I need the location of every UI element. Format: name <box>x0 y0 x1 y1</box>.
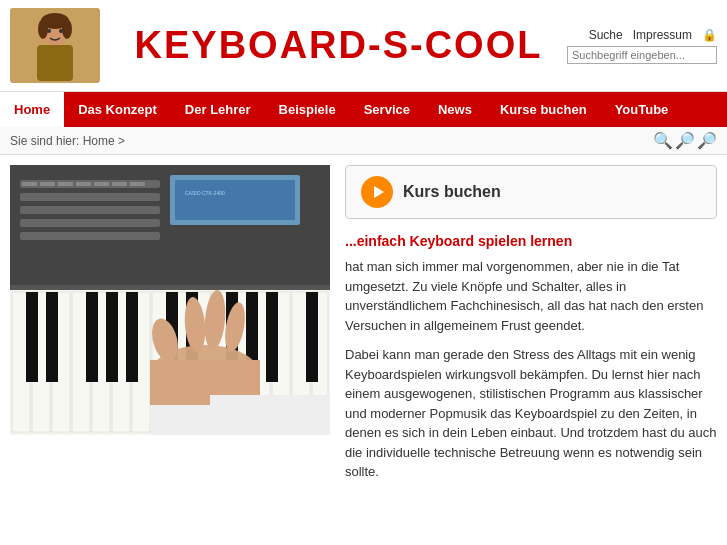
zoom-controls: 🔍 🔎 🔎 <box>653 131 717 150</box>
svg-text:CASIO CTK-2400: CASIO CTK-2400 <box>185 190 225 196</box>
svg-rect-22 <box>94 182 109 186</box>
svg-rect-16 <box>20 219 160 227</box>
nav-item-youtube[interactable]: YouTube <box>601 92 683 127</box>
header: KEYBOARD-S-COOL Suche Impressum 🔒 <box>0 0 727 92</box>
nav-item-das-konzept[interactable]: Das Konzept <box>64 92 171 127</box>
svg-point-6 <box>47 29 51 33</box>
svg-rect-43 <box>46 292 58 382</box>
nav-item-kurse-buchen[interactable]: Kurse buchen <box>486 92 601 127</box>
nav-item-news[interactable]: News <box>424 92 486 127</box>
svg-point-7 <box>59 29 63 33</box>
svg-rect-60 <box>150 405 210 435</box>
svg-rect-52 <box>306 292 318 382</box>
paragraph-2: Dabei kann man gerade den Stress des All… <box>345 345 717 482</box>
svg-rect-44 <box>86 292 98 382</box>
svg-rect-5 <box>37 45 73 81</box>
svg-rect-20 <box>58 182 73 186</box>
zoom-in-icon[interactable]: 🔎 <box>675 131 695 150</box>
play-icon <box>361 176 393 208</box>
impressum-link[interactable]: Impressum <box>633 28 692 42</box>
svg-rect-11 <box>175 180 295 220</box>
navigation: Home Das Konzept Der Lehrer Beispiele Se… <box>0 92 727 127</box>
svg-rect-23 <box>112 182 127 186</box>
site-title: KEYBOARD-S-COOL <box>100 24 557 67</box>
paragraph-1: hat man sich immer mal vorgenommen, aber… <box>345 257 717 335</box>
breadcrumb-text: Sie sind hier: Home > <box>10 134 125 148</box>
lock-icon: 🔒 <box>702 28 717 42</box>
breadcrumb: Sie sind hier: Home > 🔍 🔎 🔎 <box>0 127 727 155</box>
left-column: CASIO CTK-2400 <box>10 165 330 492</box>
zoom-reset-icon[interactable]: 🔎 <box>697 131 717 150</box>
top-links: Suche Impressum 🔒 <box>589 28 717 42</box>
svg-rect-51 <box>266 292 278 382</box>
svg-rect-59 <box>210 395 330 435</box>
svg-rect-18 <box>22 182 37 186</box>
nav-item-beispiele[interactable]: Beispiele <box>265 92 350 127</box>
zoom-out-icon[interactable]: 🔍 <box>653 131 673 150</box>
svg-rect-24 <box>130 182 145 186</box>
suche-link[interactable]: Suche <box>589 28 623 42</box>
svg-rect-19 <box>40 182 55 186</box>
kurs-buchen-button[interactable]: Kurs buchen <box>345 165 717 219</box>
content-heading: ...einfach Keyboard spielen lernen <box>345 233 717 249</box>
search-input[interactable] <box>572 49 692 61</box>
search-box <box>567 46 717 64</box>
main-content: CASIO CTK-2400 <box>0 155 727 502</box>
svg-rect-46 <box>126 292 138 382</box>
keyboard-image: CASIO CTK-2400 <box>10 165 330 435</box>
logo <box>10 8 100 83</box>
top-right-area: Suche Impressum 🔒 <box>557 28 717 64</box>
svg-rect-14 <box>20 193 160 201</box>
right-column: Kurs buchen ...einfach Keyboard spielen … <box>345 165 717 492</box>
svg-point-4 <box>62 19 72 39</box>
svg-rect-45 <box>106 292 118 382</box>
svg-rect-42 <box>26 292 38 382</box>
kurs-buchen-label: Kurs buchen <box>403 183 501 201</box>
svg-rect-15 <box>20 206 160 214</box>
svg-rect-17 <box>20 232 160 240</box>
nav-item-home[interactable]: Home <box>0 92 64 127</box>
nav-item-service[interactable]: Service <box>350 92 424 127</box>
svg-point-3 <box>38 19 48 39</box>
nav-item-der-lehrer[interactable]: Der Lehrer <box>171 92 265 127</box>
svg-rect-21 <box>76 182 91 186</box>
